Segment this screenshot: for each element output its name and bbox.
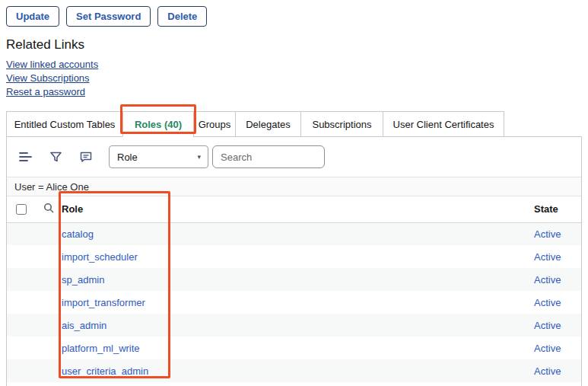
table-row: catalog Active (7, 222, 581, 245)
breadcrumb[interactable]: User = Alice One (7, 177, 581, 196)
related-links-heading: Related Links (6, 37, 582, 53)
role-link[interactable]: import_transformer (62, 297, 145, 308)
related-links-list: View linked accounts View Subscriptions … (6, 58, 582, 99)
state-link[interactable]: Active (534, 297, 561, 308)
user-record-page: Update Set Password Delete Related Links… (0, 0, 588, 386)
table-row: user_criteria_admin Active (7, 359, 581, 382)
roles-list-container: Role ▾ User = Alice One (6, 136, 582, 386)
table-row: platform_ml_write Active (7, 337, 581, 359)
column-header-state[interactable]: State (534, 196, 581, 222)
state-link[interactable]: Active (534, 251, 561, 263)
table-row: sp_admin Active (7, 268, 581, 291)
state-link[interactable]: Active (534, 274, 561, 286)
role-link[interactable]: catalog (62, 228, 94, 240)
list-menu-icon[interactable] (17, 149, 33, 164)
state-link[interactable]: Active (534, 228, 561, 240)
table-row: import_scheduler Active (7, 245, 581, 268)
role-link[interactable]: import_scheduler (62, 251, 138, 263)
link-reset-a-password[interactable]: Reset a password (6, 85, 582, 99)
table-row: import_transformer Active (7, 291, 581, 314)
delete-button[interactable]: Delete (157, 6, 207, 27)
set-password-button[interactable]: Set Password (66, 6, 151, 27)
chevron-down-icon: ▾ (197, 153, 201, 161)
search-column-select[interactable]: Role ▾ (109, 145, 208, 168)
role-link[interactable]: platform_ml_write (62, 343, 140, 354)
column-header-role[interactable]: Role (62, 196, 534, 222)
state-link[interactable]: Active (534, 343, 561, 354)
filter-icon[interactable] (48, 149, 63, 164)
list-toolbar: Role ▾ (7, 137, 581, 177)
tab-user-client-certificates[interactable]: User Client Certificates (383, 111, 504, 137)
state-link[interactable]: Active (534, 365, 561, 377)
roles-table: Role State catalog Active import_schedul… (7, 196, 581, 382)
select-all-checkbox[interactable] (16, 204, 27, 215)
table-header-row: Role State (7, 196, 581, 222)
breadcrumb-condition: User = Alice One (14, 181, 89, 193)
role-link[interactable]: sp_admin (62, 274, 104, 286)
table-row: ais_admin Active (7, 314, 581, 337)
role-link[interactable]: user_criteria_admin (62, 365, 148, 377)
search-input[interactable] (212, 145, 325, 168)
chat-bubble-icon[interactable] (78, 149, 94, 164)
link-view-linked-accounts[interactable]: View linked accounts (6, 58, 582, 72)
tab-entitled-custom-tables[interactable]: Entitled Custom Tables (6, 111, 123, 137)
tab-delegates[interactable]: Delegates (235, 111, 301, 137)
search-icon[interactable] (36, 203, 54, 213)
tab-subscriptions[interactable]: Subscriptions (300, 111, 383, 137)
tab-groups[interactable]: Groups (193, 111, 236, 137)
link-view-subscriptions[interactable]: View Subscriptions (6, 72, 582, 85)
role-link[interactable]: ais_admin (62, 320, 106, 331)
update-button[interactable]: Update (6, 6, 59, 27)
record-actions: Update Set Password Delete (6, 6, 582, 27)
search-column-value: Role (117, 152, 138, 163)
state-link[interactable]: Active (534, 320, 561, 331)
tab-roles[interactable]: Roles (40) (122, 111, 194, 137)
tab-bar: Entitled Custom Tables Roles (40) Groups… (6, 111, 582, 137)
